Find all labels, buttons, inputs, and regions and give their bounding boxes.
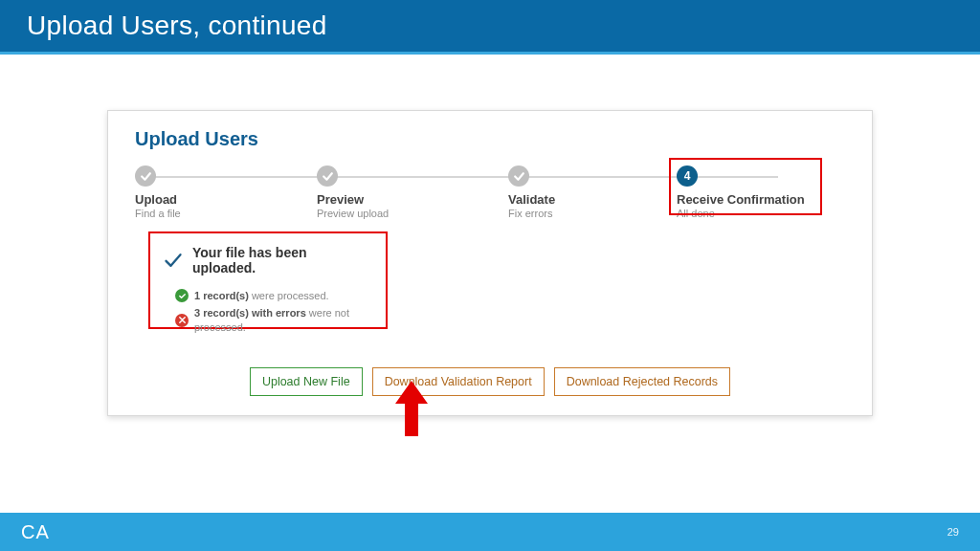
header-underline (0, 52, 980, 55)
slide-footer: CA 29 (0, 513, 980, 551)
step-done-icon (508, 165, 529, 187)
error-icon (175, 314, 189, 327)
result-headline-row: Your file has been uploaded. (164, 245, 372, 276)
step-sublabel: Preview upload (317, 208, 479, 219)
step-label: Preview (317, 192, 479, 207)
step-label: Upload (135, 192, 298, 207)
upload-users-panel: Upload Users Upload Find a file Preview … (107, 110, 873, 416)
step-sublabel: Fix errors (508, 208, 671, 219)
footer-logo: CA (21, 521, 50, 543)
result-errors-text: 3 record(s) with errors were not process… (194, 306, 372, 334)
step-preview: Preview Preview upload (317, 165, 479, 219)
slide-title: Upload Users, continued (27, 11, 327, 41)
button-row: Upload New File Download Validation Repo… (108, 367, 872, 396)
panel-title: Upload Users (135, 128, 845, 150)
stepper: Upload Find a file Preview Preview uploa… (135, 165, 845, 229)
step-number: 4 (684, 169, 691, 183)
step-validate: Validate Fix errors (508, 165, 671, 219)
download-rejected-records-button[interactable]: Download Rejected Records (554, 367, 730, 396)
result-processed-text: 1 record(s) were processed. (194, 289, 329, 302)
result-errors-line: 3 record(s) with errors were not process… (175, 306, 372, 334)
step-done-icon (317, 165, 338, 187)
step-receive-confirmation: 4 Receive Confirmation All done (677, 165, 839, 219)
check-icon (164, 251, 183, 270)
result-headline: Your file has been uploaded. (192, 245, 372, 276)
step-label: Receive Confirmation (677, 192, 839, 207)
step-label: Validate (508, 192, 671, 207)
upload-new-file-button[interactable]: Upload New File (250, 367, 363, 396)
success-icon (175, 289, 189, 302)
result-processed-line: 1 record(s) were processed. (175, 289, 372, 302)
upload-result-box: Your file has been uploaded. 1 record(s)… (148, 231, 388, 329)
step-done-icon (135, 165, 156, 187)
step-sublabel: All done (677, 208, 839, 219)
step-active-icon: 4 (677, 165, 698, 187)
page-number: 29 (947, 526, 959, 538)
slide-header: Upload Users, continued (0, 0, 980, 52)
download-validation-report-button[interactable]: Download Validation Report (372, 367, 545, 396)
step-sublabel: Find a file (135, 208, 298, 219)
step-upload: Upload Find a file (135, 165, 298, 219)
